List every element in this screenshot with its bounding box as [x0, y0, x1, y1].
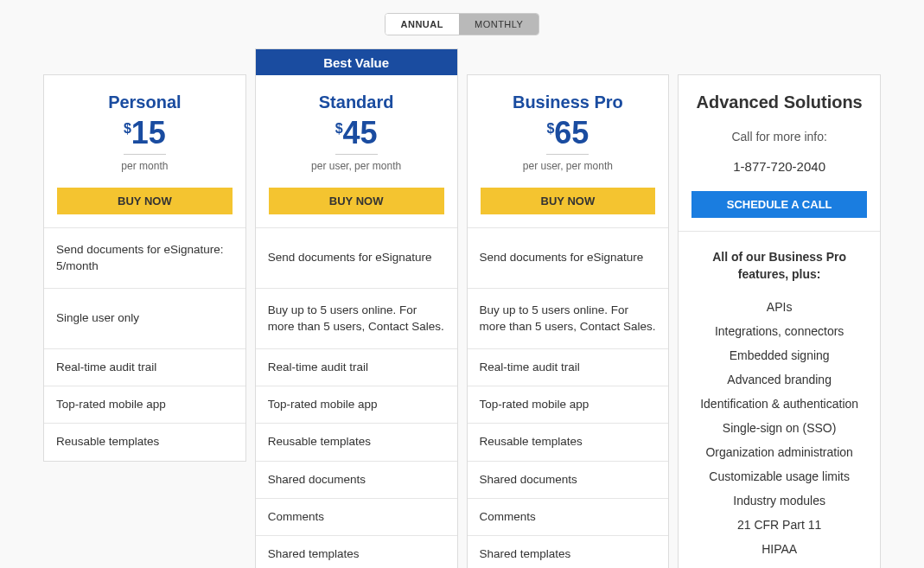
plan-feature: Single user only: [44, 289, 245, 349]
plan-feature: Shared documents: [256, 462, 457, 499]
plan-feature: Mobile Device Management: [691, 561, 867, 568]
plan-feature: Industry modules: [691, 488, 867, 513]
plan-feature: Real-time audit trail: [468, 349, 669, 386]
buy-now-button[interactable]: BUY NOW: [481, 188, 656, 214]
plan-feature: Shared documents: [468, 462, 669, 499]
plan-feature: Identification & authentication: [691, 392, 867, 416]
phone-number: 1-877-720-2040: [691, 159, 867, 174]
plan-name: Advanced Solutions: [691, 93, 867, 112]
best-value-badge: Best Value: [256, 49, 457, 75]
plan-feature: Top-rated mobile app: [468, 386, 669, 424]
plan-feature: Integrations, connectors: [691, 319, 867, 343]
plan-price: $65: [546, 118, 589, 155]
schedule-call-button[interactable]: SCHEDULE A CALL: [691, 191, 867, 218]
plan-feature: Comments: [256, 499, 457, 536]
plan-name: Business Pro: [481, 93, 656, 112]
plan-feature: Buy up to 5 users online. For more than …: [468, 289, 669, 349]
billing-toggle: ANNUAL MONTHLY: [43, 13, 881, 35]
plan-feature: Comments: [468, 499, 669, 536]
plan-feature: HIPAA: [691, 537, 867, 561]
plan-feature: Real-time audit trail: [256, 349, 457, 386]
toggle-monthly[interactable]: MONTHLY: [459, 14, 538, 35]
plan-feature: Shared templates: [468, 536, 669, 568]
pricing-plans: Personal $15 per month BUY NOW Send docu…: [43, 74, 881, 568]
plan-feature: Send documents for eSignature: [256, 228, 457, 289]
plan-feature: Single-sign on (SSO): [691, 416, 867, 440]
plan-feature: Shared templates: [256, 536, 457, 568]
plan-feature: Reusable templates: [256, 424, 457, 461]
buy-now-button[interactable]: BUY NOW: [269, 188, 444, 214]
plan-price: $45: [335, 118, 378, 155]
plan-feature: Organization administration: [691, 440, 867, 464]
plan-feature: Customizable usage limits: [691, 464, 867, 488]
plan-feature: Reusable templates: [468, 424, 669, 461]
plan-name: Personal: [57, 93, 233, 112]
buy-now-button[interactable]: BUY NOW: [57, 188, 233, 214]
plan-feature: Send documents for eSignature: [468, 228, 669, 289]
plan-business-pro: Business Pro $65 per user, per month BUY…: [467, 74, 670, 568]
plan-personal: Personal $15 per month BUY NOW Send docu…: [43, 74, 246, 462]
plan-standard: Best Value Standard $45 per user, per mo…: [255, 48, 458, 568]
plan-period: per user, per month: [481, 160, 656, 172]
plan-feature: Embedded signing: [691, 343, 867, 367]
plan-period: per user, per month: [269, 160, 444, 172]
plan-feature: Buy up to 5 users online. For more than …: [256, 289, 457, 349]
plan-advanced-solutions: Advanced Solutions Call for more info: 1…: [678, 74, 881, 568]
plan-feature: APIs: [691, 295, 867, 319]
call-info-label: Call for more info:: [691, 130, 867, 144]
plan-feature: Top-rated mobile app: [44, 386, 245, 424]
plan-feature: Top-rated mobile app: [256, 386, 457, 424]
plan-name: Standard: [269, 93, 444, 112]
plan-feature: 21 CFR Part 11: [691, 513, 867, 537]
toggle-annual[interactable]: ANNUAL: [386, 14, 459, 35]
plan-period: per month: [57, 160, 233, 172]
plan-feature: Send documents for eSignature: 5/month: [44, 228, 245, 289]
advanced-lead: All of our Business Pro features, plus:: [691, 249, 867, 283]
plan-feature: Reusable templates: [44, 424, 245, 460]
plan-price: $15: [124, 118, 166, 155]
plan-feature: Real-time audit trail: [44, 349, 245, 386]
plan-feature: Advanced branding: [691, 367, 867, 392]
